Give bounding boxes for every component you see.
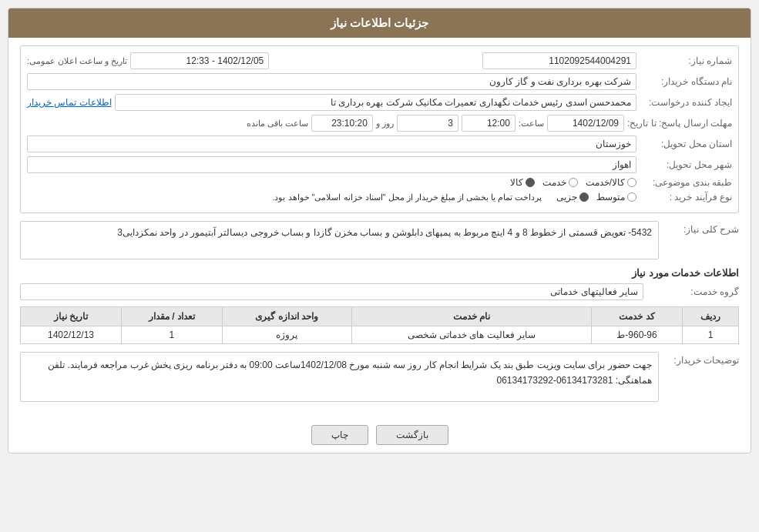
need-number-label: شماره نیاز:	[640, 55, 732, 66]
notes-label: توضیحات خریدار:	[662, 352, 739, 366]
deadline-label: مهلت ارسال پاسخ: تا تاریخ:	[627, 118, 732, 129]
creator-contact-link[interactable]: اطلاعات تماس خریدار	[27, 97, 112, 108]
col-header-code: کد خدمت	[592, 307, 683, 326]
col-header-unit: واحد اندازه گیری	[222, 307, 351, 326]
category-option-kala[interactable]: کالا	[510, 177, 535, 188]
col-header-date: تاریخ نیاز	[21, 307, 122, 326]
service-group-label: گروه خدمت:	[646, 286, 739, 297]
deadline-date-value: 1402/12/09	[547, 115, 624, 132]
deadline-days-value: 3	[397, 115, 458, 132]
table-row: 1960-96-طسایر فعالیت های خدماتی شخصیپروژ…	[21, 326, 739, 344]
col-header-name: نام خدمت	[351, 307, 592, 326]
page-title: جزئیات اطلاعات نیاز	[331, 16, 428, 29]
page-header: جزئیات اطلاعات نیاز	[8, 8, 751, 38]
city-value: اهواز	[27, 156, 636, 173]
purchase-option-jozii[interactable]: جزیی	[556, 192, 589, 202]
purchase-type-radio-group: متوسط جزیی	[556, 192, 636, 202]
category-label: طبقه بندی موضوعی:	[640, 177, 732, 188]
col-header-qty: تعداد / مقدار	[122, 307, 223, 326]
notes-value: جهت حضور برای سایت ویزیت طبق بند یک شرای…	[20, 352, 659, 402]
service-info-title: اطلاعات خدمات مورد نیاز	[20, 267, 739, 279]
radio-kala	[526, 178, 535, 187]
buyer-station-value: شرکت بهره برداری نفت و گاز کارون	[27, 73, 636, 90]
announcement-datetime-value: 1402/12/05 - 12:33	[130, 52, 269, 69]
category-option-kala-khedmat[interactable]: کالا/خدمت	[586, 177, 636, 188]
province-label: استان محل تحویل:	[640, 139, 732, 149]
description-label: شرح کلی نیاز:	[662, 221, 739, 235]
radio-kala-khedmat	[627, 178, 636, 187]
purchase-type-label: نوع فرآیند خرید :	[640, 192, 732, 202]
radio-jozii	[579, 192, 589, 202]
creator-value: محمدحسن اسدی رئیس خدمات نگهداری تعمیرات …	[115, 94, 636, 111]
category-option-khedmat[interactable]: خدمت	[542, 177, 578, 188]
deadline-time-label: ساعت:	[519, 119, 544, 129]
purchase-note: پرداخت تمام یا بخشی از مبلغ خریدار از مح…	[272, 192, 542, 202]
service-group-value: سایر فعالیتهای خدماتی	[20, 283, 643, 300]
creator-label: ایجاد کننده درخواست:	[640, 97, 732, 108]
category-radio-group: کالا/خدمت خدمت کالا	[510, 177, 636, 188]
deadline-time-value: 12:00	[462, 115, 516, 132]
city-label: شهر محل تحویل:	[640, 159, 732, 170]
description-value: 5432- تعویض قسمتی از خطوط 8 و 4 اینچ مرب…	[20, 221, 659, 259]
radio-motavasset	[627, 192, 636, 202]
radio-khedmat	[569, 178, 578, 187]
col-header-radif: ردیف	[682, 307, 738, 326]
need-number-value: 1102092544004291	[482, 52, 636, 69]
announcement-datetime-label: تاریخ و ساعت اعلان عمومی:	[27, 56, 127, 66]
print-button[interactable]: چاپ	[311, 425, 368, 445]
deadline-remaining-label: ساعت باقی مانده	[247, 119, 308, 129]
deadline-remaining-value: 23:10:20	[311, 115, 373, 132]
province-value: خوزستان	[27, 136, 636, 152]
purchase-option-motavasset[interactable]: متوسط	[596, 192, 636, 202]
back-button[interactable]: بازگشت	[376, 425, 448, 445]
footer-buttons: بازگشت چاپ	[8, 417, 751, 453]
buyer-station-label: نام دستگاه خریدار:	[640, 76, 732, 87]
services-table: ردیف کد خدمت نام خدمت واحد اندازه گیری ت…	[20, 306, 739, 344]
deadline-days-label: روز و	[376, 119, 394, 129]
